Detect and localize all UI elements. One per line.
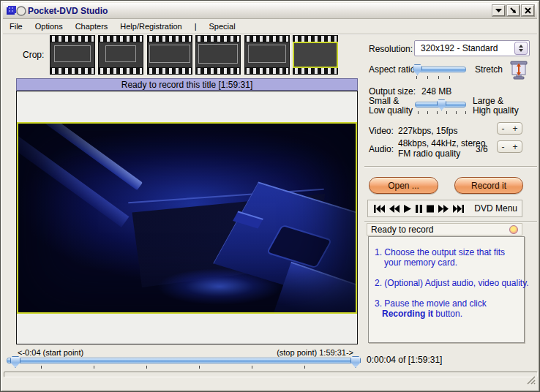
record-button[interactable]: Record it <box>454 177 523 194</box>
audio-value-line1: 48kbps, 44kHz, stereo <box>398 138 485 148</box>
stop-point-thumb[interactable] <box>350 356 361 368</box>
instruction-step3-line2: Recording it button. <box>382 309 462 319</box>
output-size-label: Output size: <box>369 86 416 97</box>
instruction-step2: 2. (Optional) Adjust audio, video qualit… <box>375 278 529 288</box>
spinner-up-down-icon[interactable] <box>514 42 528 55</box>
crop-thumbnail-5[interactable] <box>244 35 290 75</box>
preview-status-header: Ready to record this title [1:59:31] <box>16 78 358 91</box>
skip-back-button[interactable] <box>372 202 386 215</box>
start-point-label: <-0:04 (start point) <box>18 348 83 357</box>
stop-button[interactable] <box>425 202 435 215</box>
fast-forward-icon <box>438 205 449 213</box>
output-size-slider-thumb[interactable] <box>437 99 446 110</box>
status-strip: Ready to record <box>367 223 522 235</box>
crop-thumbnail-3[interactable] <box>147 35 192 75</box>
dvd-menu-button[interactable]: DVD Menu <box>474 203 517 214</box>
menu-special[interactable]: Special <box>209 22 236 31</box>
audio-quality-stepper[interactable]: - + <box>497 140 522 153</box>
stop-icon <box>427 205 434 213</box>
timeline-ticks <box>41 366 306 369</box>
crop-thumbnail-1[interactable] <box>50 35 95 75</box>
video-value: 227kbps, 15fps <box>398 126 457 136</box>
menu-chapters[interactable]: Chapters <box>75 22 108 31</box>
resolution-label: Resolution: <box>369 44 413 54</box>
minimize-button[interactable] <box>492 5 505 16</box>
restore-icon <box>510 7 517 14</box>
play-icon <box>404 205 411 213</box>
app-icon <box>7 6 27 19</box>
crop-label: Crop: <box>23 50 44 60</box>
menu-help-registration[interactable]: Help/Registration <box>120 22 181 31</box>
status-bar <box>4 372 538 377</box>
aspect-slider-ticks <box>416 76 451 79</box>
audio-minus-button[interactable]: - <box>501 143 504 151</box>
window-title: Pocket-DVD Studio <box>28 6 108 16</box>
aspect-ratio-label: Aspect ratio <box>369 64 415 75</box>
app-window: Pocket-DVD Studio File Options Chapters … <box>0 0 540 392</box>
crop-thumbnail-2[interactable] <box>98 35 143 75</box>
instruction-step1-line2: your memory card. <box>384 257 457 268</box>
audio-value-line2: FM radio quality <box>398 148 460 159</box>
small-quality-label-1: Small & <box>369 96 399 106</box>
open-button[interactable]: Open ... <box>369 177 438 194</box>
large-quality-label-1: Large & <box>473 96 503 106</box>
minimize-icon <box>495 8 502 13</box>
menu-options[interactable]: Options <box>35 22 63 31</box>
output-slider-ticks <box>418 111 467 114</box>
skip-forward-button[interactable] <box>451 202 465 215</box>
status-smiley-icon <box>509 225 518 234</box>
audio-level: 3/6 <box>476 144 488 154</box>
rewind-button[interactable] <box>388 202 401 215</box>
video-quality-stepper[interactable]: - + <box>497 122 522 135</box>
stretch-icon[interactable] <box>509 60 529 83</box>
status-text: Ready to record <box>371 225 433 235</box>
play-button[interactable] <box>402 202 413 215</box>
playback-position-text: 0:00:04 of [1:59:31] <box>367 355 442 365</box>
instruction-step1-line1: 1. Choose the output size that fits <box>375 247 505 257</box>
timeline-slider[interactable] <box>7 358 357 363</box>
start-point-thumb[interactable] <box>10 356 20 368</box>
video-minus-button[interactable]: - <box>501 124 504 133</box>
skip-forward-icon <box>453 205 464 213</box>
video-plus-button[interactable]: + <box>512 124 517 133</box>
pause-button[interactable] <box>414 202 424 215</box>
menu-bar: File Options Chapters Help/Registration … <box>4 20 536 32</box>
audio-label: Audio: <box>369 144 394 154</box>
aspect-ratio-slider[interactable] <box>415 67 466 72</box>
crop-thumbnail-4[interactable] <box>195 35 241 75</box>
panel-divider-1 <box>364 166 537 167</box>
audio-plus-button[interactable]: + <box>512 143 517 151</box>
crop-thumbnail-6-selected[interactable] <box>293 35 338 75</box>
playback-toolbar: DVD Menu <box>367 200 522 217</box>
rewind-icon <box>389 205 400 213</box>
stop-point-label: (stop point) 1:59:31-> <box>191 348 353 357</box>
large-quality-label-2: High quality <box>473 105 519 116</box>
video-preview[interactable] <box>17 122 357 314</box>
resize-grip-icon[interactable] <box>526 374 536 388</box>
resolution-select[interactable]: 320x192 - Standard <box>414 40 530 56</box>
fast-forward-button[interactable] <box>437 202 450 215</box>
instruction-step3-line1: 3. Pause the movie and click <box>375 298 487 309</box>
instructions-box: 1. Choose the output size that fits your… <box>368 236 525 343</box>
menu-separator: | <box>195 22 197 31</box>
menu-file[interactable]: File <box>10 22 23 31</box>
output-size-value: 248 MB <box>421 86 451 97</box>
stretch-label: Stretch <box>475 64 503 75</box>
close-icon <box>525 7 531 14</box>
film-sprockets <box>51 36 94 42</box>
title-bar[interactable]: Pocket-DVD Studio <box>3 3 537 19</box>
close-button[interactable] <box>522 5 534 16</box>
panel-divider-2 <box>364 221 537 222</box>
skip-back-icon <box>374 205 385 213</box>
resolution-value: 320x192 - Standard <box>421 43 498 53</box>
pause-icon <box>416 205 422 213</box>
restore-button[interactable] <box>507 5 520 16</box>
video-label: Video: <box>369 126 394 136</box>
small-quality-label-2: Low quality <box>369 105 413 116</box>
